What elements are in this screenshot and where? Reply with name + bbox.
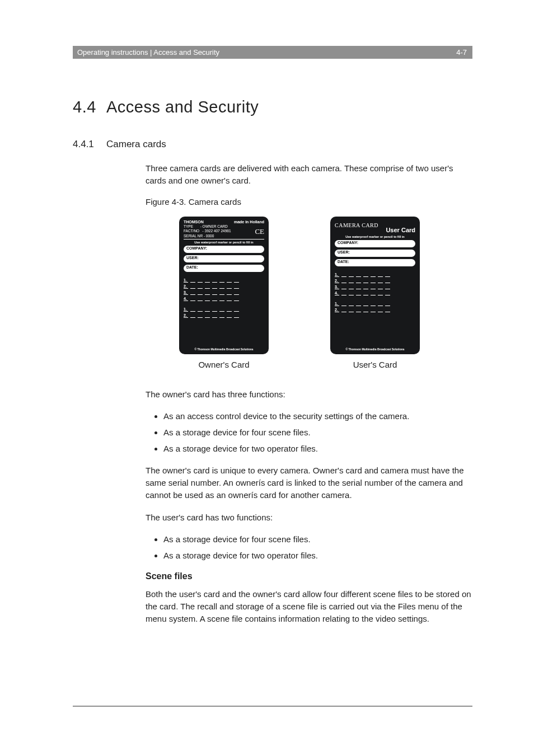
owner-card-type-label: TYPE [184,224,193,228]
footer-divider [73,706,472,707]
page: Operating instructions | Access and Secu… [0,0,534,756]
owner-card-serial-label: SERIAL NR [184,234,203,238]
header-left: Operating instructions | Access and Secu… [77,48,219,57]
line-num: 2. [335,308,339,312]
owner-card-company: COMPANY: [184,246,264,253]
subsection-title: Camera cards [106,139,166,150]
list-item: As a storage device for four scene files… [163,426,472,438]
section-number: 4.4 [73,98,106,116]
header-right: 4-7 [456,48,467,57]
user-card-user: USER: [335,250,415,257]
section-heading: 4.4 Access and Security [73,98,472,116]
page-header: Operating instructions | Access and Secu… [73,46,472,59]
owner-functions-intro: The owner's card has three functions: [146,388,472,401]
scene-files-paragraph: Both the user's card and the owner's car… [146,588,472,624]
scene-files-heading: Scene files [146,571,472,581]
owner-card-brand: THOMSON [184,220,204,224]
list-item: As a storage device for two operator fil… [163,443,472,454]
figure-caption: Figure 4-3. Camera cards [146,197,472,206]
owner-card-factno-label: FACT/NO [184,229,199,233]
owner-card-factno-value: - 3922 407 24981 [203,229,231,233]
ce-mark-icon: CE [255,227,264,236]
subsection-heading: 4.4.1 Camera cards [73,139,472,150]
user-card-caption: User's Card [330,360,420,369]
subsection-number: 4.4.1 [73,139,106,150]
user-card-hint: Use waterproof marker or pencil to fill … [335,235,415,238]
card-captions: Owner's Card User's Card [179,360,472,369]
list-item: As a storage device for two operator fil… [163,550,472,561]
line-num: 4. [184,297,188,301]
line-num: 4. [335,291,339,295]
owner-card-lines4: 1. 2. 3. 4. [184,276,264,301]
line-num: 1. [184,278,188,283]
list-item: As a storage device for four scene files… [163,533,472,545]
line-num: 2. [335,279,339,283]
line-num: 1. [184,307,188,312]
owner-functions-list: As an access control device to the secur… [146,410,472,454]
owner-card-date: DATE: [184,265,264,272]
list-item: As an access control device to the secur… [163,410,472,422]
owner-card-lines2: 1. 2. [184,306,264,318]
owner-card-hint: Use waterproof marker or pencil to fill … [184,241,264,244]
owner-card-caption: Owner's Card [179,360,269,369]
body: Three camera cards are delivered with ea… [146,162,472,625]
user-functions-list: As a storage device for four scene files… [146,533,472,561]
owner-card-type-value: - OWNER CARD [200,224,228,228]
user-card-copyright: © Thomson Multimedia Broadcast Solutions [330,348,420,351]
user-card-lines2: 1. 2. [335,300,415,312]
line-num: 3. [184,290,188,295]
user-card-company: COMPANY: [335,240,415,247]
line-num: 3. [335,285,339,289]
user-functions-intro: The user's card has two functions: [146,511,472,524]
owner-card-user: USER: [184,255,264,262]
owner-card-serial-value: - 0000 [204,234,214,238]
intro-paragraph: Three camera cards are delivered with ea… [146,162,472,187]
line-num: 1. [335,273,339,277]
user-card-lines4: 1. 2. 3. 4. [335,271,415,295]
owner-card: THOMSON made in Holland TYPE - OWNER CAR… [179,217,269,354]
cards-row: THOMSON made in Holland TYPE - OWNER CAR… [179,217,472,354]
owner-card-origin: made in Holland [234,220,264,224]
line-num: 1. [335,302,339,306]
user-card-date: DATE: [335,259,415,266]
user-card: CAMERA CARD User Card Use waterproof mar… [330,217,420,354]
section-title: Access and Security [106,98,259,116]
line-num: 2. [184,313,188,318]
line-num: 2. [184,284,188,289]
owner-paragraph: The owner's card is unique to every came… [146,464,472,501]
owner-card-copyright: © Thomson Multimedia Broadcast Solutions [179,348,269,351]
